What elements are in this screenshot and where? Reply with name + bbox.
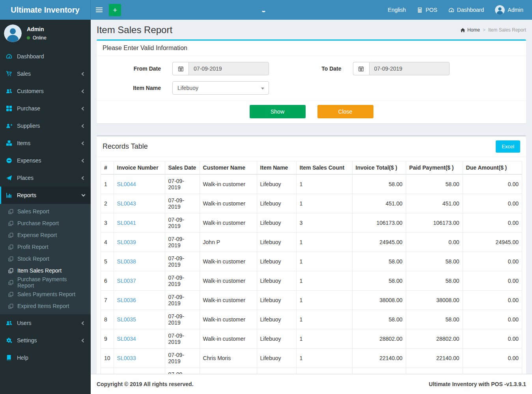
sidebar-subitem-sales-report[interactable]: Sales Report <box>0 205 91 217</box>
sidebar-subitem-purchase-payments-report[interactable]: Purchase Payments Report <box>0 276 91 288</box>
invoice-link[interactable]: SL0039 <box>117 239 136 245</box>
sidebar-subitem-sales-payments-report[interactable]: Sales Payments Report <box>0 288 91 300</box>
column-header: Item Sales Count <box>296 161 352 175</box>
navbar-item-english[interactable]: English <box>382 0 411 20</box>
table-cell: Walk-in customer <box>200 213 257 233</box>
invoice-link[interactable]: SL0034 <box>117 336 136 342</box>
calendar-icon <box>178 66 184 72</box>
sidebar-subitem-stock-report[interactable]: Stock Report <box>0 253 91 265</box>
table-cell: 4 <box>101 233 114 252</box>
invoice-link[interactable]: SL0033 <box>117 355 136 361</box>
records-panel-heading: Records Table Excel <box>97 136 526 157</box>
table-row: 8SL003507-09-2019Walk-in customerLifebuo… <box>101 310 522 329</box>
sidebar-item-items[interactable]: Items <box>0 134 91 152</box>
show-button[interactable]: Show <box>250 105 306 118</box>
column-header: Invoice Total($ ) <box>352 161 406 175</box>
sidebar-item-suppliers[interactable]: Suppliers <box>0 117 91 134</box>
sidebar-item-places[interactable]: Places <box>0 169 91 187</box>
copy-icon <box>8 245 13 250</box>
table-row: 10SL003307-09-2019Chris MorisLifebuoy122… <box>101 349 522 368</box>
table-cell: Walk-in customer <box>200 194 257 213</box>
dashboard-icon <box>448 7 454 13</box>
navbar-item-admin[interactable]: Admin <box>489 0 529 20</box>
footer-version: Ultimate Inventory with POS -v1.3.9.1 <box>429 381 526 387</box>
table-cell: 1 <box>296 349 352 368</box>
navbar-item-label: Admin <box>508 7 523 13</box>
sidebar-item-label: Dashboard <box>17 53 44 60</box>
item-name-select[interactable]: Lifebuoy <box>172 81 269 95</box>
sidebar-item-sales[interactable]: Sales <box>0 65 91 82</box>
table-cell: 9 <box>101 329 114 349</box>
cell-invoice-number: SL0035 <box>114 310 165 329</box>
sidebar-toggle-button[interactable] <box>91 0 107 20</box>
navbar-item-pos[interactable]: POS <box>411 0 443 20</box>
copy-icon <box>8 256 13 261</box>
filter-panel-title: Please Enter Valid Information <box>103 45 187 52</box>
chevron-left-icon <box>82 124 86 128</box>
cell-invoice-number: SL0039 <box>114 233 165 252</box>
to-date-input[interactable] <box>369 62 450 75</box>
sidebar-item-expenses[interactable]: Expenses <box>0 152 91 169</box>
table-cell: 07-09-2019 <box>165 329 200 349</box>
table-cell: 22058.00 <box>406 368 463 374</box>
sidebar-subitem-item-sales-report[interactable]: Item Sales Report <box>0 265 91 276</box>
invoice-link[interactable]: SL0043 <box>117 200 136 207</box>
app-logo[interactable]: Ultimate Inventory <box>0 0 91 20</box>
table-row: 4SL003907-09-2019John PLifebuoy124945.00… <box>101 233 522 252</box>
home-icon <box>460 28 465 33</box>
excel-export-button[interactable]: Excel <box>496 140 520 153</box>
sidebar-subitem-profit-report[interactable]: Profit Report <box>0 241 91 253</box>
main-area: Item Sales Report Home > Item Sales Repo… <box>91 20 532 394</box>
from-date-input[interactable] <box>189 62 269 75</box>
table-cell: 2 <box>101 194 114 213</box>
sidebar-item-purchase[interactable]: Purchase <box>0 100 91 117</box>
navbar-item-label: English <box>388 7 406 13</box>
navbar-item-label: POS <box>426 7 437 13</box>
chevron-left-icon <box>82 89 86 93</box>
filter-actions: Show Close <box>97 101 526 123</box>
sidebar-item-dashboard[interactable]: Dashboard <box>0 48 91 65</box>
sidebar-subitem-expired-items-report[interactable]: Expired Items Report <box>0 300 91 312</box>
table-cell: 07-09-2019 <box>165 291 200 310</box>
table-cell: Walk-in customer <box>200 329 257 349</box>
invoice-link[interactable]: SL0041 <box>117 220 136 226</box>
table-cell: Lifebuoy <box>257 174 296 194</box>
chevron-left-icon <box>82 176 86 180</box>
table-cell: 07-09-2019 <box>165 368 200 374</box>
close-button[interactable]: Close <box>317 105 373 118</box>
cell-invoice-number: SL0034 <box>114 329 165 349</box>
table-cell: 10 <box>101 349 114 368</box>
breadcrumb: Home > Item Sales Report <box>460 27 526 33</box>
sidebar-item-customers[interactable]: Customers <box>0 82 91 100</box>
gears-icon <box>6 337 12 344</box>
sidebar-item-label: Settings <box>17 337 37 344</box>
filter-panel-heading: Please Enter Valid Information <box>97 41 526 56</box>
sidebar-subitem-label: Purchase Report <box>17 220 59 226</box>
sidebar-item-settings[interactable]: Settings <box>0 332 91 349</box>
quick-add-button[interactable]: + <box>109 4 121 16</box>
sidebar-item-users[interactable]: Users <box>0 314 91 332</box>
table-cell: 0.00 <box>406 233 463 252</box>
user-status: Online <box>27 35 47 41</box>
chevron-down-icon <box>261 88 264 90</box>
navbar-item-dashboard[interactable]: Dashboard <box>443 0 490 20</box>
sidebar-subitem-expense-report[interactable]: Expense Report <box>0 229 91 241</box>
sidebar-item-reports[interactable]: Reports <box>0 187 91 204</box>
table-cell: 07-09-2019 <box>165 349 200 368</box>
copy-icon <box>8 292 13 297</box>
chevron-left-icon <box>82 106 86 110</box>
invoice-link[interactable]: SL0044 <box>117 181 136 187</box>
invoice-link[interactable]: SL0038 <box>117 258 136 265</box>
invoice-link[interactable]: SL0037 <box>117 278 136 284</box>
tachometer-icon <box>6 53 12 60</box>
table-cell: 07-09-2019 <box>165 233 200 252</box>
sidebar-subitem-purchase-report[interactable]: Purchase Report <box>0 217 91 229</box>
breadcrumb-home-link[interactable]: Home <box>460 27 480 33</box>
sidebar-item-help[interactable]: Help <box>0 349 91 366</box>
invoice-link[interactable]: SL0036 <box>117 297 136 303</box>
invoice-link[interactable]: SL0035 <box>117 316 136 323</box>
from-date-calendar-addon[interactable] <box>172 62 189 75</box>
content: Item Sales Report Home > Item Sales Repo… <box>91 20 532 374</box>
to-date-calendar-addon[interactable] <box>353 62 369 75</box>
copy-icon <box>8 280 13 285</box>
